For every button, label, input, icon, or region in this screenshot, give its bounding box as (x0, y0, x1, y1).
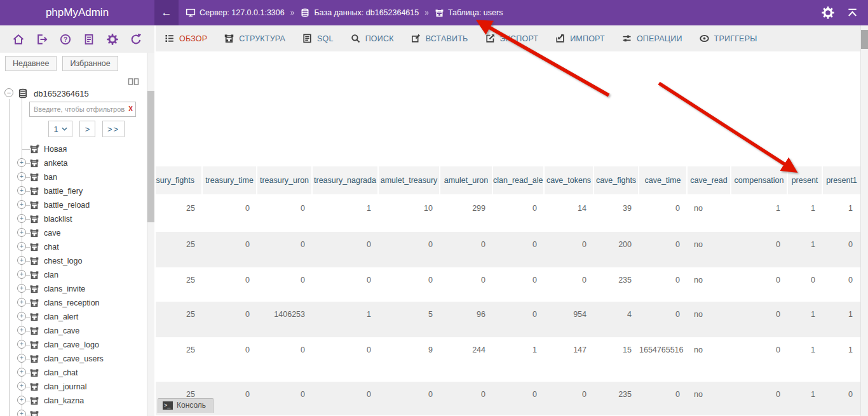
table-icon (29, 228, 39, 238)
breadcrumb-table[interactable]: Таблица: users (435, 8, 503, 18)
last-page-button[interactable]: >> (102, 121, 125, 137)
column-header-cave_fights[interactable]: cave_fights (594, 166, 639, 196)
cell-cave_time: 0 (639, 302, 688, 337)
expand-plus-toggle[interactable]: + (17, 158, 26, 167)
column-header-cave_tokens[interactable]: cave_tokens (545, 166, 594, 196)
expand-plus-toggle[interactable]: + (17, 270, 26, 279)
breadcrumb-database[interactable]: База данных: db1652364615 (300, 8, 419, 18)
table-link[interactable]: cave (44, 229, 60, 238)
expand-plus-toggle[interactable]: + (17, 242, 26, 251)
column-header-amulet_treasury[interactable]: amulet_treasury (379, 166, 440, 196)
filter-clear-button[interactable]: X (128, 105, 133, 112)
tab-insert[interactable]: ВСТАВИТЬ (402, 25, 477, 51)
table-link[interactable]: chest_logo (44, 257, 82, 265)
table-row: 25014062531596095440no011 (156, 302, 860, 337)
console-button[interactable]: Консоль (158, 398, 214, 413)
table-link[interactable]: anketa (44, 159, 68, 168)
column-header-clan_read_alert[interactable]: clan_read_alert (493, 166, 545, 196)
cell-present1: 1 (823, 302, 860, 337)
expand-plus-toggle[interactable]: + (17, 256, 26, 265)
expand-plus-toggle[interactable]: + (17, 228, 26, 237)
table-link[interactable]: blacklist (44, 215, 72, 224)
expand-plus-toggle[interactable]: + (17, 354, 26, 363)
column-header-compensation[interactable]: compensation (731, 166, 788, 196)
tab-triggers[interactable]: ТРИГГЕРЫ (691, 25, 766, 51)
table-icon (435, 8, 444, 18)
expand-plus-toggle[interactable]: + (17, 368, 26, 377)
insert-icon (410, 33, 421, 44)
expand-plus-toggle[interactable]: + (17, 214, 26, 223)
column-header-treasury_fights[interactable]: treasury_fights (156, 166, 203, 196)
tab-browse[interactable]: ОБЗОР (156, 25, 215, 51)
tab-operations[interactable]: ОПЕРАЦИИ (613, 25, 691, 51)
panels-sync-icon[interactable] (128, 76, 139, 87)
tab-import[interactable]: ИМПОРТ (546, 25, 613, 51)
table-link[interactable]: clan_kazna (44, 396, 84, 405)
table-link[interactable]: clan_cave_logo (44, 340, 99, 349)
settings-gear-button[interactable] (821, 6, 835, 20)
column-header-treasury_nagrada[interactable]: treasury_nagrada (313, 166, 379, 196)
report-button[interactable] (81, 32, 97, 47)
expand-plus-toggle[interactable]: + (17, 172, 26, 181)
breadcrumb-server[interactable]: Сервер: 127.0.0.1:3306 (186, 8, 285, 18)
database-root-label[interactable]: db1652364615 (34, 89, 89, 98)
cell-compensation: 0 (731, 337, 788, 382)
column-header-amulet_uron[interactable]: amulet_uron (440, 166, 493, 196)
table-link[interactable]: chat (44, 243, 59, 252)
recent-button[interactable]: Недавнее (5, 56, 57, 71)
expand-plus-toggle[interactable]: + (17, 298, 26, 307)
table-icon (29, 340, 39, 350)
column-header-cave_time[interactable]: cave_time (639, 166, 688, 196)
expand-plus-toggle[interactable]: + (17, 186, 26, 195)
column-header-treasury_uron[interactable]: treasury_uron (257, 166, 313, 196)
header-row: treasury_fightstreasury_timetreasury_uro… (156, 166, 860, 196)
sidebar-scrollbar-thumb[interactable] (147, 91, 154, 222)
expand-plus-toggle[interactable]: + (17, 312, 26, 321)
tab-export[interactable]: ЭКСПОРТ (477, 25, 547, 51)
table-link[interactable]: clan_journal (44, 382, 86, 391)
table-link[interactable]: clan_cave_users (44, 354, 104, 363)
home-button[interactable] (11, 32, 26, 47)
expand-plus-toggle[interactable]: + (17, 326, 26, 335)
expand-plus-toggle[interactable]: + (17, 396, 26, 405)
expand-plus-toggle[interactable]: + (17, 410, 26, 416)
logout-button[interactable] (34, 32, 50, 47)
collapse-toggle[interactable]: − (4, 88, 13, 97)
cell-cave_time: 0 (639, 196, 688, 232)
filter-input[interactable] (29, 102, 136, 117)
new-table-label[interactable]: Новая (44, 145, 67, 154)
tab-search[interactable]: ПОИСК (342, 25, 402, 51)
tab-structure[interactable]: СТРУКТУРА (215, 25, 294, 51)
column-header-treasury_time[interactable]: treasury_time (203, 166, 257, 196)
breadcrumb: Сервер: 127.0.0.1:3306 » База данных: db… (186, 0, 503, 25)
table-link[interactable]: clan_cave (44, 326, 79, 335)
table-link[interactable]: clan_alert (44, 312, 78, 321)
refresh-button[interactable] (128, 32, 144, 47)
expand-plus-toggle[interactable]: + (17, 340, 26, 349)
table-link[interactable]: battle_reload (44, 201, 90, 210)
expand-plus-toggle[interactable]: + (17, 200, 26, 209)
column-header-present1[interactable]: present1 (823, 166, 860, 196)
expand-plus-toggle[interactable]: + (17, 382, 26, 391)
tab-sql[interactable]: SQL (294, 25, 342, 51)
table-link[interactable]: clans_reception (44, 299, 100, 307)
cell-amulet_treasury: 9 (379, 337, 440, 382)
page-select[interactable]: 1 (48, 121, 72, 137)
table-link[interactable]: ban (44, 173, 57, 182)
cell-treasury_time: 0 (203, 337, 257, 382)
main-scrollbar-thumb[interactable] (861, 30, 868, 49)
favorites-button[interactable]: Избранное (62, 56, 118, 71)
column-header-cave_read[interactable]: cave_read (688, 166, 731, 196)
table-link[interactable]: clan (44, 271, 58, 279)
collapse-top-button[interactable] (846, 6, 859, 20)
table-link[interactable]: clan_chat (44, 368, 78, 377)
operations-icon (621, 33, 632, 44)
table-link[interactable]: clans_invite (44, 285, 85, 293)
expand-plus-toggle[interactable]: + (17, 284, 26, 293)
column-header-present[interactable]: present (788, 166, 823, 196)
table-link[interactable]: battle_fiery (44, 187, 83, 196)
back-button[interactable]: ← (154, 0, 179, 25)
help-button[interactable] (58, 32, 73, 47)
next-page-button[interactable]: > (79, 121, 95, 137)
settings-button[interactable] (105, 32, 120, 47)
